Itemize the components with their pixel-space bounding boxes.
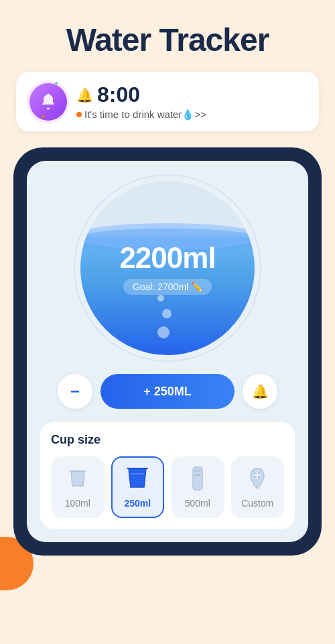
minus-icon: − [70,382,80,401]
bubble-small [157,295,164,302]
cup-label-500ml: 500ml [185,498,210,509]
bell-button[interactable]: 🔔 [243,374,277,409]
cup-options: 100ml 250ml [51,456,284,518]
cup-label-100ml: 100ml [65,498,90,509]
cup-icon-250ml [124,466,151,493]
add-button-label: + 250ML [143,385,192,399]
orange-dot [76,112,82,117]
svg-rect-3 [194,470,201,472]
phone-frame: 2200ml Goal: 2700ml ✏️ − + 250ML 🔔 Cup s… [13,147,322,556]
cup-option-100ml[interactable]: 100ml [51,456,105,518]
notification-message-text: It's time to drink water💧>> [84,109,206,121]
phone-screen: 2200ml Goal: 2700ml ✏️ − + 250ML 🔔 Cup s… [27,161,308,542]
add-water-button[interactable]: + 250ML [100,374,234,409]
cup-option-250ml[interactable]: 250ml [111,456,165,518]
notification-content: 🔔 8:00 It's time to drink water💧>> [76,82,206,121]
water-circle: 2200ml Goal: 2700ml ✏️ [80,181,255,355]
svg-rect-4 [194,474,201,476]
water-goal-label: Goal: 2700ml ✏️ [123,279,212,295]
water-current-amount: 2200ml [119,241,215,275]
cup-icon-custom [244,466,271,493]
bubble-large [157,326,170,338]
notification-avatar [29,83,67,121]
cup-section-title: Cup size [51,433,284,447]
bubble-medium [162,309,172,318]
svg-point-1 [48,93,50,95]
bell-icon [39,92,58,111]
cup-label-custom: Custom [241,498,273,509]
controls-row: − + 250ML 🔔 [40,374,295,409]
water-circle-container: 2200ml Goal: 2700ml ✏️ [40,181,295,355]
svg-point-0 [47,107,50,109]
bell-icon: 🔔 [252,383,269,399]
notification-time: 🔔 8:00 [76,82,206,107]
water-text-overlay: 2200ml Goal: 2700ml ✏️ [119,241,215,295]
cup-icon-500ml [184,466,211,493]
cup-option-500ml[interactable]: 500ml [171,456,224,518]
page-title: Water Tracker [0,0,335,72]
cup-option-custom[interactable]: Custom [231,456,285,518]
cup-size-section: Cup size 100ml [40,422,295,529]
notification-card[interactable]: 🔔 8:00 It's time to drink water💧>> [16,72,319,131]
cup-label-250ml: 250ml [124,498,151,509]
notification-time-text: 8:00 [97,82,140,107]
cup-icon-100ml [64,466,91,493]
notification-time-icon: 🔔 [76,87,93,103]
notification-message: It's time to drink water💧>> [76,109,206,121]
minus-button[interactable]: − [58,374,92,409]
